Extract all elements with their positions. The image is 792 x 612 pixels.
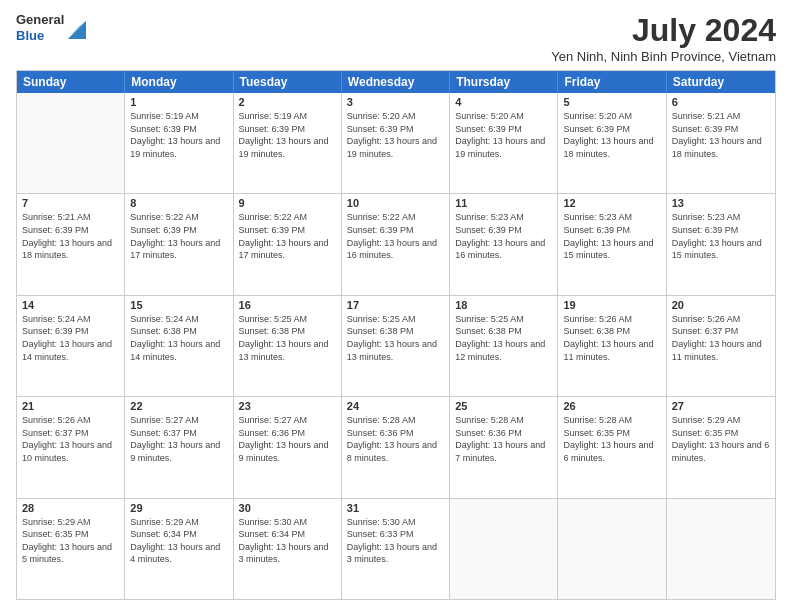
day-number: 23 [239, 400, 336, 412]
logo-text: General Blue [16, 12, 64, 43]
calendar-cell: 12Sunrise: 5:23 AMSunset: 6:39 PMDayligh… [558, 194, 666, 294]
calendar-cell: 10Sunrise: 5:22 AMSunset: 6:39 PMDayligh… [342, 194, 450, 294]
calendar-cell [667, 499, 775, 599]
calendar-header-sunday: Sunday [17, 71, 125, 93]
calendar-cell: 7Sunrise: 5:21 AMSunset: 6:39 PMDaylight… [17, 194, 125, 294]
calendar-cell: 23Sunrise: 5:27 AMSunset: 6:36 PMDayligh… [234, 397, 342, 497]
day-number: 11 [455, 197, 552, 209]
day-info: Sunrise: 5:28 AMSunset: 6:36 PMDaylight:… [455, 414, 552, 464]
day-number: 15 [130, 299, 227, 311]
calendar-header-wednesday: Wednesday [342, 71, 450, 93]
calendar: SundayMondayTuesdayWednesdayThursdayFrid… [16, 70, 776, 600]
day-info: Sunrise: 5:29 AMSunset: 6:35 PMDaylight:… [22, 516, 119, 566]
calendar-header-saturday: Saturday [667, 71, 775, 93]
day-number: 4 [455, 96, 552, 108]
day-number: 30 [239, 502, 336, 514]
header: General Blue July 2024 Yen Ninh, Ninh Bi… [16, 12, 776, 64]
day-info: Sunrise: 5:29 AMSunset: 6:34 PMDaylight:… [130, 516, 227, 566]
day-info: Sunrise: 5:29 AMSunset: 6:35 PMDaylight:… [672, 414, 770, 464]
calendar-week-1: 1Sunrise: 5:19 AMSunset: 6:39 PMDaylight… [17, 93, 775, 194]
day-number: 22 [130, 400, 227, 412]
calendar-week-5: 28Sunrise: 5:29 AMSunset: 6:35 PMDayligh… [17, 499, 775, 599]
day-info: Sunrise: 5:28 AMSunset: 6:36 PMDaylight:… [347, 414, 444, 464]
calendar-cell: 9Sunrise: 5:22 AMSunset: 6:39 PMDaylight… [234, 194, 342, 294]
calendar-cell: 30Sunrise: 5:30 AMSunset: 6:34 PMDayligh… [234, 499, 342, 599]
day-info: Sunrise: 5:27 AMSunset: 6:36 PMDaylight:… [239, 414, 336, 464]
day-info: Sunrise: 5:19 AMSunset: 6:39 PMDaylight:… [130, 110, 227, 160]
day-number: 28 [22, 502, 119, 514]
day-info: Sunrise: 5:24 AMSunset: 6:39 PMDaylight:… [22, 313, 119, 363]
calendar-cell: 6Sunrise: 5:21 AMSunset: 6:39 PMDaylight… [667, 93, 775, 193]
title-location: Yen Ninh, Ninh Binh Province, Vietnam [551, 49, 776, 64]
day-number: 31 [347, 502, 444, 514]
title-month: July 2024 [551, 12, 776, 49]
calendar-cell: 25Sunrise: 5:28 AMSunset: 6:36 PMDayligh… [450, 397, 558, 497]
day-info: Sunrise: 5:20 AMSunset: 6:39 PMDaylight:… [347, 110, 444, 160]
day-info: Sunrise: 5:30 AMSunset: 6:34 PMDaylight:… [239, 516, 336, 566]
day-number: 12 [563, 197, 660, 209]
day-info: Sunrise: 5:30 AMSunset: 6:33 PMDaylight:… [347, 516, 444, 566]
day-number: 5 [563, 96, 660, 108]
day-number: 29 [130, 502, 227, 514]
calendar-week-4: 21Sunrise: 5:26 AMSunset: 6:37 PMDayligh… [17, 397, 775, 498]
day-number: 17 [347, 299, 444, 311]
day-number: 13 [672, 197, 770, 209]
calendar-cell: 11Sunrise: 5:23 AMSunset: 6:39 PMDayligh… [450, 194, 558, 294]
day-number: 26 [563, 400, 660, 412]
day-number: 14 [22, 299, 119, 311]
day-number: 10 [347, 197, 444, 209]
day-info: Sunrise: 5:21 AMSunset: 6:39 PMDaylight:… [672, 110, 770, 160]
calendar-cell: 13Sunrise: 5:23 AMSunset: 6:39 PMDayligh… [667, 194, 775, 294]
day-number: 3 [347, 96, 444, 108]
calendar-cell: 4Sunrise: 5:20 AMSunset: 6:39 PMDaylight… [450, 93, 558, 193]
calendar-cell [558, 499, 666, 599]
page: General Blue July 2024 Yen Ninh, Ninh Bi… [0, 0, 792, 612]
calendar-cell: 5Sunrise: 5:20 AMSunset: 6:39 PMDaylight… [558, 93, 666, 193]
day-info: Sunrise: 5:25 AMSunset: 6:38 PMDaylight:… [347, 313, 444, 363]
calendar-cell: 22Sunrise: 5:27 AMSunset: 6:37 PMDayligh… [125, 397, 233, 497]
calendar-cell: 16Sunrise: 5:25 AMSunset: 6:38 PMDayligh… [234, 296, 342, 396]
day-number: 2 [239, 96, 336, 108]
calendar-cell: 31Sunrise: 5:30 AMSunset: 6:33 PMDayligh… [342, 499, 450, 599]
day-info: Sunrise: 5:23 AMSunset: 6:39 PMDaylight:… [563, 211, 660, 261]
calendar-cell: 27Sunrise: 5:29 AMSunset: 6:35 PMDayligh… [667, 397, 775, 497]
day-number: 24 [347, 400, 444, 412]
day-info: Sunrise: 5:26 AMSunset: 6:38 PMDaylight:… [563, 313, 660, 363]
day-info: Sunrise: 5:24 AMSunset: 6:38 PMDaylight:… [130, 313, 227, 363]
calendar-cell: 2Sunrise: 5:19 AMSunset: 6:39 PMDaylight… [234, 93, 342, 193]
calendar-cell: 24Sunrise: 5:28 AMSunset: 6:36 PMDayligh… [342, 397, 450, 497]
day-info: Sunrise: 5:25 AMSunset: 6:38 PMDaylight:… [455, 313, 552, 363]
logo-icon [68, 17, 86, 39]
calendar-cell: 17Sunrise: 5:25 AMSunset: 6:38 PMDayligh… [342, 296, 450, 396]
calendar-cell: 19Sunrise: 5:26 AMSunset: 6:38 PMDayligh… [558, 296, 666, 396]
calendar-week-2: 7Sunrise: 5:21 AMSunset: 6:39 PMDaylight… [17, 194, 775, 295]
day-info: Sunrise: 5:19 AMSunset: 6:39 PMDaylight:… [239, 110, 336, 160]
day-number: 25 [455, 400, 552, 412]
logo: General Blue [16, 12, 86, 43]
calendar-header-thursday: Thursday [450, 71, 558, 93]
calendar-cell: 8Sunrise: 5:22 AMSunset: 6:39 PMDaylight… [125, 194, 233, 294]
calendar-cell: 14Sunrise: 5:24 AMSunset: 6:39 PMDayligh… [17, 296, 125, 396]
calendar-cell: 26Sunrise: 5:28 AMSunset: 6:35 PMDayligh… [558, 397, 666, 497]
day-info: Sunrise: 5:22 AMSunset: 6:39 PMDaylight:… [130, 211, 227, 261]
calendar-header-tuesday: Tuesday [234, 71, 342, 93]
calendar-cell: 21Sunrise: 5:26 AMSunset: 6:37 PMDayligh… [17, 397, 125, 497]
day-info: Sunrise: 5:23 AMSunset: 6:39 PMDaylight:… [455, 211, 552, 261]
day-number: 20 [672, 299, 770, 311]
day-number: 7 [22, 197, 119, 209]
day-number: 9 [239, 197, 336, 209]
day-info: Sunrise: 5:22 AMSunset: 6:39 PMDaylight:… [347, 211, 444, 261]
calendar-cell: 15Sunrise: 5:24 AMSunset: 6:38 PMDayligh… [125, 296, 233, 396]
day-number: 16 [239, 299, 336, 311]
day-number: 19 [563, 299, 660, 311]
day-number: 6 [672, 96, 770, 108]
day-number: 8 [130, 197, 227, 209]
calendar-week-3: 14Sunrise: 5:24 AMSunset: 6:39 PMDayligh… [17, 296, 775, 397]
day-info: Sunrise: 5:26 AMSunset: 6:37 PMDaylight:… [22, 414, 119, 464]
svg-marker-1 [68, 21, 86, 39]
calendar-cell: 28Sunrise: 5:29 AMSunset: 6:35 PMDayligh… [17, 499, 125, 599]
calendar-header: SundayMondayTuesdayWednesdayThursdayFrid… [17, 71, 775, 93]
calendar-cell: 1Sunrise: 5:19 AMSunset: 6:39 PMDaylight… [125, 93, 233, 193]
day-info: Sunrise: 5:27 AMSunset: 6:37 PMDaylight:… [130, 414, 227, 464]
calendar-cell [17, 93, 125, 193]
